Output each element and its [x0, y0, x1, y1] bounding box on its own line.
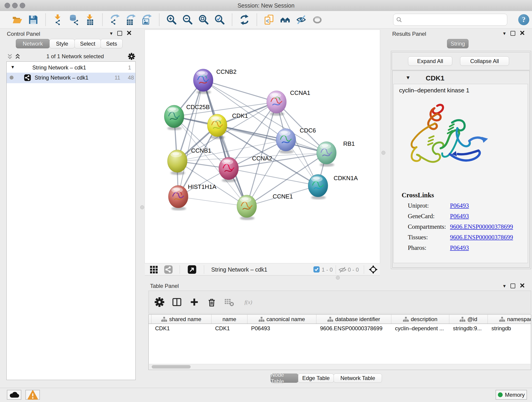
results-tab-string[interactable]: String	[447, 39, 469, 48]
network-edge-HIST1H1A-CCNE1[interactable]	[178, 197, 247, 206]
tab-sets[interactable]: Sets	[101, 39, 123, 48]
fit-selected-crosshair-icon[interactable]	[368, 265, 378, 274]
column-header-@id[interactable]: @id	[449, 315, 488, 324]
memory-button[interactable]: Memory	[496, 390, 527, 400]
tab-network[interactable]: Network	[16, 39, 50, 48]
cell-@id[interactable]: stringdb:9...	[449, 324, 488, 333]
splitter-handle[interactable]	[336, 276, 340, 280]
scrollbar-thumb[interactable]	[152, 365, 191, 369]
section-collapse-icon[interactable]: ▼	[405, 75, 411, 81]
zoom-selected-button[interactable]	[213, 13, 226, 26]
panel-close-icon[interactable]	[520, 31, 525, 36]
search-input[interactable]	[404, 16, 504, 23]
collection-expand-icon[interactable]: ▼	[11, 65, 15, 70]
network-node-CDC25B[interactable]	[164, 105, 184, 130]
panel-menu-icon[interactable]: ▾	[110, 31, 113, 36]
network-options-gear-icon[interactable]	[128, 53, 135, 60]
cell-name[interactable]: CDK1	[211, 324, 247, 333]
first-neighbors-button[interactable]	[279, 13, 292, 26]
panel-menu-icon[interactable]: ▾	[503, 31, 506, 36]
expand-all-icon[interactable]	[15, 53, 21, 59]
column-header-namespace[interactable]: namespace	[488, 315, 531, 324]
tab-network-table[interactable]: Network Table	[334, 374, 382, 383]
export-image-button[interactable]	[140, 13, 153, 26]
delete-table-button[interactable]	[224, 297, 234, 307]
clone-network-button[interactable]	[263, 13, 276, 26]
network-node-CCNA2[interactable]	[219, 157, 239, 182]
show-columns-button[interactable]	[172, 297, 182, 307]
panel-close-icon[interactable]	[127, 31, 131, 36]
selected-checkbox-icon[interactable]	[313, 266, 320, 273]
network-edge-CCNB2-CCNA1[interactable]	[203, 80, 277, 102]
crosslink-link[interactable]: 9606.ENSP00000378699	[450, 223, 513, 230]
zoom-out-button[interactable]	[181, 13, 194, 26]
add-column-button[interactable]	[189, 297, 200, 307]
cell-namespace[interactable]: stringdb	[488, 324, 531, 333]
column-header-shared-name[interactable]: shared name	[152, 315, 211, 324]
network-node-HIST1H1A[interactable]	[168, 185, 188, 211]
horizontal-scrollbar[interactable]	[149, 364, 531, 370]
tab-edge-table[interactable]: Edge Table	[298, 374, 334, 383]
tab-node-table[interactable]: Node Table	[271, 374, 298, 383]
crosslink-link[interactable]: P06493	[450, 202, 469, 209]
export-network-button[interactable]	[108, 13, 121, 26]
network-row-selected[interactable]: String Network – cdk1 11 48	[7, 73, 135, 83]
splitter-handle[interactable]	[140, 205, 144, 209]
help-button[interactable]: ?	[518, 14, 529, 25]
panel-menu-icon[interactable]: ▾	[503, 284, 506, 288]
cell-canonical-name[interactable]: P06493	[247, 324, 317, 333]
crosslink-link[interactable]: P06493	[450, 213, 469, 220]
cell-database-identifier[interactable]: 9606.ENSP00000378699	[317, 324, 391, 333]
splitter-handle[interactable]	[381, 151, 385, 155]
collapse-all-icon[interactable]	[7, 53, 13, 59]
collapse-all-button[interactable]: Collapse All	[460, 56, 509, 66]
hide-selected-button[interactable]	[295, 13, 308, 26]
column-header-description[interactable]: description	[391, 315, 449, 324]
update-network-button[interactable]	[238, 13, 251, 26]
panel-float-icon[interactable]	[510, 283, 515, 288]
network-node-RB1[interactable]	[317, 142, 336, 167]
column-header-canonical-name[interactable]: canonical name	[247, 315, 317, 324]
table-settings-button[interactable]	[154, 297, 165, 307]
crosslink-link[interactable]: P06493	[450, 244, 469, 251]
table-panel-tabs: Node TableEdge TableNetwork Table	[271, 374, 382, 383]
network-canvas[interactable]: CCNB2CCNA1CDC25BCDK1CDC6RB1CCNB1CCNA2CDK…	[145, 30, 380, 263]
import-table-file-button[interactable]	[83, 13, 97, 26]
tab-style[interactable]: Style	[50, 39, 75, 48]
zoom-fit-button[interactable]	[197, 13, 210, 26]
network-node-CCNE1[interactable]	[237, 195, 257, 220]
network-node-CDKN1A[interactable]	[308, 174, 328, 199]
network-node-CDK1[interactable]	[207, 114, 227, 139]
node-label-CDC25B: CDC25B	[186, 104, 210, 110]
cell-shared-name[interactable]: CDK1	[152, 324, 211, 333]
show-all-button[interactable]	[311, 13, 324, 26]
expand-all-button[interactable]: Expand All	[408, 56, 452, 66]
network-edge-CCNA1-CCNE1[interactable]	[247, 102, 277, 206]
grid-mode-icon[interactable]	[150, 266, 158, 274]
import-network-file-button[interactable]	[51, 13, 65, 26]
apply-function-button[interactable]: f(x)	[241, 297, 257, 307]
save-session-button[interactable]	[27, 13, 40, 26]
string-logo-icon[interactable]	[164, 265, 173, 274]
delete-column-button[interactable]	[206, 297, 217, 307]
export-table-button[interactable]	[124, 13, 138, 26]
warning-button[interactable]	[25, 390, 40, 400]
network-node-CCNB2[interactable]	[193, 69, 213, 94]
open-session-button[interactable]	[11, 13, 24, 26]
cloud-status-button[interactable]	[7, 390, 21, 400]
crosslink-link[interactable]: 9606.ENSP00000378699	[450, 234, 513, 241]
column-header-database-identifier[interactable]: database identifier	[317, 315, 391, 324]
panel-close-icon[interactable]	[520, 283, 525, 288]
network-collection-row[interactable]: ▼ String Network – cdk1 1	[7, 63, 135, 73]
import-network-database-button[interactable]	[67, 13, 81, 26]
panel-float-icon[interactable]	[510, 31, 515, 36]
birdseye-view-icon[interactable]	[187, 265, 196, 274]
network-edge-CCNB2-HIST1H1A[interactable]	[178, 80, 203, 197]
zoom-in-button[interactable]	[165, 13, 178, 26]
network-node-CCNB1[interactable]	[167, 150, 187, 175]
table-row[interactable]: CDK1CDK1P064939606.ENSP00000378699cyclin…	[149, 324, 531, 333]
cell-description[interactable]: cyclin–dependent ...	[391, 324, 449, 333]
panel-float-icon[interactable]	[117, 31, 122, 36]
column-header-name[interactable]: name	[211, 315, 247, 324]
tab-select[interactable]: Select	[75, 39, 101, 48]
